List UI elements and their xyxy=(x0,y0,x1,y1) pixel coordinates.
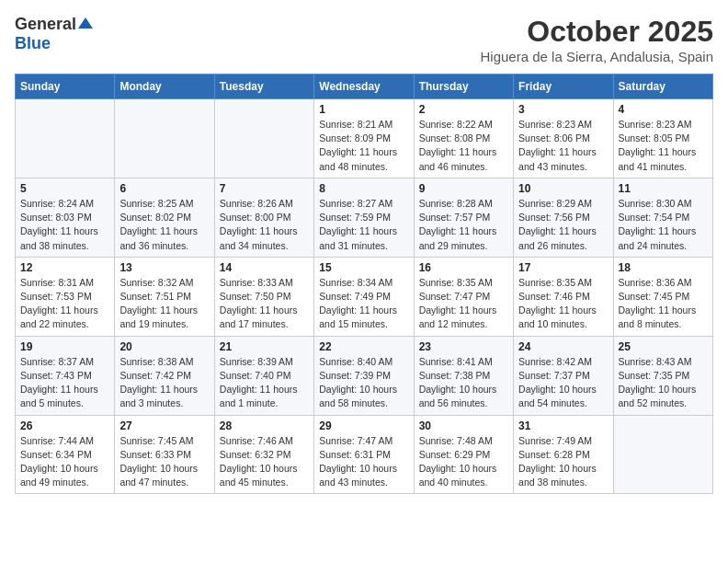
weekday-header-friday: Friday xyxy=(514,75,613,99)
day-number: 8 xyxy=(319,182,408,195)
day-number: 1 xyxy=(319,103,408,116)
day-number: 15 xyxy=(319,261,408,274)
logo-blue: Blue xyxy=(15,34,51,52)
calendar-cell: 15Sunrise: 8:34 AM Sunset: 7:49 PM Dayli… xyxy=(314,257,414,336)
logo-general: General xyxy=(15,15,76,34)
day-number: 19 xyxy=(20,340,109,353)
day-number: 13 xyxy=(119,261,209,274)
day-info: Sunrise: 8:21 AM Sunset: 8:09 PM Dayligh… xyxy=(319,118,408,174)
calendar-cell: 22Sunrise: 8:40 AM Sunset: 7:39 PM Dayli… xyxy=(314,336,414,415)
calendar-cell: 23Sunrise: 8:41 AM Sunset: 7:38 PM Dayli… xyxy=(414,336,513,415)
day-info: Sunrise: 8:30 AM Sunset: 7:54 PM Dayligh… xyxy=(619,197,708,253)
day-info: Sunrise: 8:27 AM Sunset: 7:59 PM Dayligh… xyxy=(319,197,408,253)
calendar-cell: 21Sunrise: 8:39 AM Sunset: 7:40 PM Dayli… xyxy=(214,336,313,415)
calendar-cell: 4Sunrise: 8:23 AM Sunset: 8:05 PM Daylig… xyxy=(613,99,712,178)
day-number: 24 xyxy=(518,340,608,353)
logo: General Blue xyxy=(15,15,93,53)
day-number: 18 xyxy=(619,261,708,274)
day-number: 26 xyxy=(20,419,109,432)
day-number: 5 xyxy=(20,182,109,195)
day-info: Sunrise: 8:40 AM Sunset: 7:39 PM Dayligh… xyxy=(319,355,408,411)
location-title: Higuera de la Sierra, Andalusia, Spain xyxy=(481,49,714,64)
day-info: Sunrise: 8:34 AM Sunset: 7:49 PM Dayligh… xyxy=(319,276,408,332)
calendar-cell: 31Sunrise: 7:49 AM Sunset: 6:28 PM Dayli… xyxy=(514,415,613,494)
day-number: 20 xyxy=(119,340,209,353)
calendar-cell: 14Sunrise: 8:33 AM Sunset: 7:50 PM Dayli… xyxy=(214,257,313,336)
day-number: 23 xyxy=(419,340,508,353)
calendar-cell: 6Sunrise: 8:25 AM Sunset: 8:02 PM Daylig… xyxy=(115,178,214,257)
calendar-week-row: 5Sunrise: 8:24 AM Sunset: 8:03 PM Daylig… xyxy=(16,178,713,257)
day-number: 7 xyxy=(220,182,309,195)
day-number: 25 xyxy=(619,340,708,353)
weekday-header-tuesday: Tuesday xyxy=(214,75,313,99)
day-info: Sunrise: 8:24 AM Sunset: 8:03 PM Dayligh… xyxy=(20,197,109,253)
day-info: Sunrise: 8:23 AM Sunset: 8:06 PM Dayligh… xyxy=(518,118,608,174)
calendar-cell: 3Sunrise: 8:23 AM Sunset: 8:06 PM Daylig… xyxy=(514,99,613,178)
calendar-cell: 28Sunrise: 7:46 AM Sunset: 6:32 PM Dayli… xyxy=(214,415,313,494)
day-info: Sunrise: 8:32 AM Sunset: 7:51 PM Dayligh… xyxy=(119,276,209,332)
calendar-week-row: 19Sunrise: 8:37 AM Sunset: 7:43 PM Dayli… xyxy=(16,336,713,415)
calendar-cell xyxy=(115,99,214,178)
weekday-header-sunday: Sunday xyxy=(16,75,115,99)
day-number: 6 xyxy=(119,182,209,195)
calendar-cell: 11Sunrise: 8:30 AM Sunset: 7:54 PM Dayli… xyxy=(613,178,712,257)
calendar-cell: 26Sunrise: 7:44 AM Sunset: 6:34 PM Dayli… xyxy=(16,415,115,494)
day-info: Sunrise: 7:46 AM Sunset: 6:32 PM Dayligh… xyxy=(220,434,309,490)
month-title: October 2025 xyxy=(481,15,714,49)
day-info: Sunrise: 8:35 AM Sunset: 7:46 PM Dayligh… xyxy=(518,276,608,332)
day-info: Sunrise: 7:44 AM Sunset: 6:34 PM Dayligh… xyxy=(20,434,109,490)
weekday-header-saturday: Saturday xyxy=(613,75,712,99)
day-number: 11 xyxy=(619,182,708,195)
calendar-week-row: 12Sunrise: 8:31 AM Sunset: 7:53 PM Dayli… xyxy=(16,257,713,336)
logo-icon xyxy=(78,16,93,30)
calendar-cell: 17Sunrise: 8:35 AM Sunset: 7:46 PM Dayli… xyxy=(514,257,613,336)
day-info: Sunrise: 7:49 AM Sunset: 6:28 PM Dayligh… xyxy=(518,434,608,490)
calendar-cell: 10Sunrise: 8:29 AM Sunset: 7:56 PM Dayli… xyxy=(514,178,613,257)
calendar-week-row: 26Sunrise: 7:44 AM Sunset: 6:34 PM Dayli… xyxy=(16,415,713,494)
day-number: 3 xyxy=(518,103,608,116)
day-number: 28 xyxy=(220,419,309,432)
day-number: 14 xyxy=(220,261,309,274)
calendar-cell: 12Sunrise: 8:31 AM Sunset: 7:53 PM Dayli… xyxy=(16,257,115,336)
calendar-cell: 18Sunrise: 8:36 AM Sunset: 7:45 PM Dayli… xyxy=(613,257,712,336)
calendar-cell: 7Sunrise: 8:26 AM Sunset: 8:00 PM Daylig… xyxy=(214,178,313,257)
day-info: Sunrise: 8:26 AM Sunset: 8:00 PM Dayligh… xyxy=(220,197,309,253)
day-number: 2 xyxy=(419,103,508,116)
day-info: Sunrise: 7:48 AM Sunset: 6:29 PM Dayligh… xyxy=(419,434,508,490)
day-info: Sunrise: 8:28 AM Sunset: 7:57 PM Dayligh… xyxy=(419,197,508,253)
day-info: Sunrise: 8:39 AM Sunset: 7:40 PM Dayligh… xyxy=(220,355,309,411)
day-info: Sunrise: 8:37 AM Sunset: 7:43 PM Dayligh… xyxy=(20,355,109,411)
calendar-cell: 19Sunrise: 8:37 AM Sunset: 7:43 PM Dayli… xyxy=(16,336,115,415)
weekday-header-monday: Monday xyxy=(115,75,214,99)
calendar-cell: 13Sunrise: 8:32 AM Sunset: 7:51 PM Dayli… xyxy=(115,257,214,336)
day-number: 4 xyxy=(619,103,708,116)
calendar-cell: 8Sunrise: 8:27 AM Sunset: 7:59 PM Daylig… xyxy=(314,178,414,257)
page-header: General Blue October 2025 Higuera de la … xyxy=(15,15,713,64)
day-info: Sunrise: 7:45 AM Sunset: 6:33 PM Dayligh… xyxy=(119,434,209,490)
day-info: Sunrise: 8:31 AM Sunset: 7:53 PM Dayligh… xyxy=(20,276,109,332)
calendar-cell xyxy=(16,99,115,178)
day-info: Sunrise: 8:42 AM Sunset: 7:37 PM Dayligh… xyxy=(518,355,608,411)
svg-marker-0 xyxy=(78,17,93,29)
calendar-cell: 5Sunrise: 8:24 AM Sunset: 8:03 PM Daylig… xyxy=(16,178,115,257)
day-info: Sunrise: 8:23 AM Sunset: 8:05 PM Dayligh… xyxy=(619,118,708,174)
day-info: Sunrise: 8:29 AM Sunset: 7:56 PM Dayligh… xyxy=(518,197,608,253)
title-area: October 2025 Higuera de la Sierra, Andal… xyxy=(481,15,714,64)
day-info: Sunrise: 7:47 AM Sunset: 6:31 PM Dayligh… xyxy=(319,434,408,490)
calendar-cell: 16Sunrise: 8:35 AM Sunset: 7:47 PM Dayli… xyxy=(414,257,513,336)
day-number: 27 xyxy=(119,419,209,432)
calendar-week-row: 1Sunrise: 8:21 AM Sunset: 8:09 PM Daylig… xyxy=(16,99,713,178)
calendar-cell: 2Sunrise: 8:22 AM Sunset: 8:08 PM Daylig… xyxy=(414,99,513,178)
calendar-table: SundayMondayTuesdayWednesdayThursdayFrid… xyxy=(15,74,713,494)
day-number: 10 xyxy=(518,182,608,195)
day-number: 31 xyxy=(518,419,608,432)
day-info: Sunrise: 8:43 AM Sunset: 7:35 PM Dayligh… xyxy=(619,355,708,411)
day-info: Sunrise: 8:41 AM Sunset: 7:38 PM Dayligh… xyxy=(419,355,508,411)
day-number: 22 xyxy=(319,340,408,353)
day-number: 17 xyxy=(518,261,608,274)
calendar-cell xyxy=(214,99,313,178)
calendar-body: 1Sunrise: 8:21 AM Sunset: 8:09 PM Daylig… xyxy=(16,99,713,494)
calendar-cell: 9Sunrise: 8:28 AM Sunset: 7:57 PM Daylig… xyxy=(414,178,513,257)
day-number: 29 xyxy=(319,419,408,432)
day-number: 16 xyxy=(419,261,508,274)
